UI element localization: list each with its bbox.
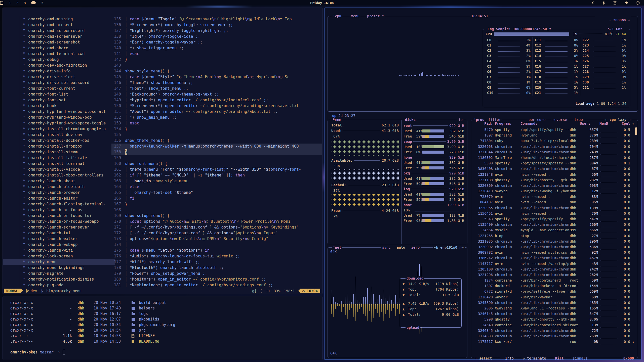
process-row[interactable]: 3830408chromium/usr/lib/chromium/chromdh… bbox=[472, 166, 634, 171]
entry-name[interactable]: helpers bbox=[139, 305, 155, 311]
file-item[interactable]: *omarchy-install-steam bbox=[3, 149, 115, 155]
file-item[interactable]: *omarchy-lock-screen bbox=[3, 253, 115, 259]
process-row[interactable]: 1307dockerd/usr/bin/dockerd -H fd:root15… bbox=[472, 283, 634, 289]
file-item[interactable]: *omarchy-cmd-missing bbox=[3, 16, 115, 22]
preset-tab[interactable]: preset * bbox=[366, 14, 385, 18]
file-item[interactable]: *omarchy-font-set bbox=[3, 97, 115, 103]
file-item[interactable]: *omarchy-dev-add-migration bbox=[3, 63, 115, 68]
file-item[interactable]: *omarchy-launch-webapp bbox=[3, 242, 115, 248]
net-tab-auto[interactable]: auto bbox=[397, 245, 405, 249]
file-item[interactable]: *omarchy-debug bbox=[3, 57, 115, 63]
kill-hint[interactable]: Kill bbox=[554, 356, 565, 360]
file-item[interactable]: *omarchy-launch-bluetooth bbox=[3, 184, 115, 190]
disks-title[interactable]: disks bbox=[404, 118, 417, 122]
reverse-tab[interactable]: reverse bbox=[551, 118, 568, 122]
process-row[interactable]: 3221035chromium/usr/lib/chromium/chromdh… bbox=[472, 239, 634, 244]
proc-scrollbar-thumb[interactable] bbox=[635, 127, 637, 135]
process-row[interactable]: 3809782nvimnvim --embed style.cssdhh92M0… bbox=[472, 250, 634, 255]
update-interval[interactable]: - 2000ms + bbox=[595, 14, 631, 26]
file-item[interactable]: *omarchy-launch-about bbox=[3, 178, 115, 184]
file-item[interactable]: *omarchy-install-dropbox bbox=[3, 144, 115, 149]
filter-tab[interactable]: filter bbox=[487, 118, 502, 122]
net-interface-tab[interactable]: ←b enp191s0 n→ bbox=[433, 245, 465, 249]
file-item[interactable]: *omarchy-hyprland-window-pop bbox=[3, 115, 115, 120]
process-row[interactable]: 1124693chromium/usr/lib/chromium/chromdh… bbox=[472, 333, 634, 339]
file-item[interactable]: *omarchy-notification-dismiss bbox=[3, 277, 115, 282]
file-item[interactable]: *omarchy-menu-keybindings bbox=[3, 265, 115, 271]
file-item[interactable]: *omarchy-install-chromium-google-a bbox=[3, 126, 115, 132]
process-row[interactable]: 3386242chromium/usr/lib/chromium/chromdh… bbox=[472, 255, 634, 261]
process-row[interactable]: 1205108chromium/usr/lib/chromium/chromdh… bbox=[472, 266, 634, 272]
file-item[interactable]: *omarchy-launch-wifi bbox=[3, 248, 115, 253]
net-tab-sync[interactable]: sync bbox=[382, 245, 391, 249]
sort-column-tab[interactable]: ← cpu lazy → bbox=[604, 118, 632, 122]
entry-name[interactable]: pkgs.omarchy.org bbox=[139, 322, 175, 328]
process-row[interactable]: 1221188ghostty/usr/bin/ghostty --gtk-dhh… bbox=[472, 177, 634, 183]
file-item[interactable]: *omarchy-cmd-screenrecord bbox=[3, 28, 115, 34]
process-row[interactable]: 3220963chromium/usr/lib/chromium/chromdh… bbox=[472, 144, 634, 149]
proc-panel-title[interactable]: ⁴proc bbox=[473, 118, 485, 122]
file-item[interactable]: *omarchy-cmd-present bbox=[3, 22, 115, 28]
process-row[interactable]: 3245890chromium/usr/lib/chromium/chromdh… bbox=[472, 300, 634, 305]
process-row[interactable]: 5399spotify/opt/spotify/spotify --dhh394… bbox=[472, 160, 634, 166]
process-row[interactable]: 3221296chromium/usr/lib/chromium/chromdh… bbox=[472, 272, 634, 278]
process-row[interactable]: 3220992chromium/usr/lib/chromium/chromdh… bbox=[472, 244, 634, 250]
net-panel-title[interactable]: ³net bbox=[332, 245, 342, 249]
file-item[interactable]: *omarchy-cmd-screensaver bbox=[3, 34, 115, 39]
file-item[interactable]: *omarchy-launch-editor bbox=[3, 196, 115, 201]
entry-name[interactable]: src bbox=[139, 328, 146, 333]
process-row[interactable]: 1221265btopbtopdhh27M0.0 bbox=[472, 233, 634, 239]
signals-hint[interactable]: signals bbox=[571, 356, 589, 360]
process-row[interactable]: 2006XwaylandXwayland :1 -rootless -dhh16… bbox=[472, 305, 634, 311]
process-row[interactable]: 1220419swaybg/usr/bin/swaybg -i /homdhh1… bbox=[472, 188, 634, 194]
process-row[interactable]: 1143717nvimnvim --embed /var/tmp/pdhh43M… bbox=[472, 261, 634, 266]
entry-name[interactable]: README.md bbox=[139, 339, 159, 344]
io-tab[interactable]: io bbox=[457, 118, 464, 122]
file-item[interactable]: *omarchy-launch-screensaver bbox=[3, 224, 115, 230]
process-row[interactable]: 24540containe/usr/bin/containerd-shiroot… bbox=[472, 322, 634, 328]
file-item[interactable]: *omarchy-install-tailscale bbox=[3, 155, 115, 161]
tree-tab[interactable]: tree bbox=[573, 118, 584, 122]
file-item[interactable]: *omarchy-install-docker-dbs bbox=[3, 138, 115, 144]
process-row[interactable]: 1175517kworker/root0B0.0↓ bbox=[472, 339, 634, 344]
process-row[interactable]: 5343spotify/opt/spotify/spotifydhh547M0.… bbox=[472, 216, 634, 222]
process-row[interactable]: 1220428waybar/usr/bin/waybardhh69M0.0 bbox=[472, 294, 634, 300]
shell-prompt[interactable]: omarchy-pkgs master › bbox=[10, 350, 322, 354]
process-row[interactable]: 1156451nvimnvim --embed .dhh70M0.0 bbox=[472, 211, 634, 216]
file-item[interactable]: *omarchy-pkg-add bbox=[3, 282, 115, 288]
process-row[interactable]: 1221848nvimnvim --embed .dhh56M0.0 bbox=[472, 172, 634, 177]
file-item[interactable]: *omarchy-launch-or-focus bbox=[3, 207, 115, 213]
file-item[interactable]: *omarchy-migrate bbox=[3, 271, 115, 277]
process-row[interactable]: 864107nvimnvim --embed .dhh95M0.0 bbox=[472, 199, 634, 205]
file-item[interactable]: *omarchy-font-list bbox=[3, 92, 115, 97]
per-core-tab[interactable]: per-core bbox=[528, 118, 546, 122]
process-row[interactable]: 6772signal-d/proc/self/exe --type=rdhh56… bbox=[472, 289, 634, 294]
net-tab-zero[interactable]: zero bbox=[411, 245, 420, 249]
file-item[interactable]: *omarchy-menu bbox=[3, 259, 115, 265]
file-item[interactable]: *omarchy-launch-walker bbox=[3, 236, 115, 242]
file-item[interactable]: *omarchy-cmd-share bbox=[3, 45, 115, 51]
menu-tab[interactable]: menu bbox=[350, 14, 360, 18]
process-row[interactable]: 1125409chromium/usr/lib/chromium/chromdh… bbox=[472, 222, 634, 227]
file-item[interactable]: *omarchy-install-dev-env bbox=[3, 132, 115, 138]
process-row[interactable]: 5470spotify/opt/spotify/spotify --dhh657… bbox=[472, 127, 634, 132]
process-row[interactable]: 3220965chromium/usr/lib/chromium/chromdh… bbox=[472, 205, 634, 211]
process-row[interactable]: 3220869chromium/usr/lib/chromium/chromdh… bbox=[472, 183, 634, 188]
file-item[interactable]: *omarchy-install-xbox-controllers bbox=[3, 172, 115, 178]
entry-name[interactable]: logs bbox=[139, 311, 148, 316]
process-row[interactable]: 3221044chromium/usr/lib/chromium/chromdh… bbox=[472, 149, 634, 155]
file-item[interactable]: *omarchy-cmd-terminal-cwd bbox=[3, 51, 115, 57]
process-row[interactable]: 1897HyprlandHyprlanddhh370M0.0 bbox=[472, 132, 634, 138]
file-item[interactable]: *omarchy-cmd-screenshot bbox=[3, 39, 115, 45]
entry-name[interactable]: pkgbuilds bbox=[139, 316, 159, 322]
file-item[interactable]: *omarchy-drive-info bbox=[3, 68, 115, 74]
process-row[interactable]: 3246345chromium/usr/lib/chromium/chromdh… bbox=[472, 328, 634, 333]
file-item[interactable]: *omarchy-launch-browser bbox=[3, 190, 115, 196]
process-row[interactable]: 728079nvimnvim --embed .dhh83M0.0 bbox=[472, 194, 634, 199]
file-item[interactable]: *omarchy-launch-or-focus-tui bbox=[3, 213, 115, 219]
process-row[interactable]: 3246145chromium/usr/lib/chromium/chromdh… bbox=[472, 311, 634, 316]
file-item[interactable]: *omarchy-install-vscode bbox=[3, 167, 115, 172]
file-item[interactable]: *omarchy-drive-set-password bbox=[3, 80, 115, 86]
process-row[interactable]: 1186302MainThre/home/dhh/.local/share/dh… bbox=[472, 155, 634, 160]
file-item[interactable]: *omarchy-drive-select bbox=[3, 74, 115, 80]
